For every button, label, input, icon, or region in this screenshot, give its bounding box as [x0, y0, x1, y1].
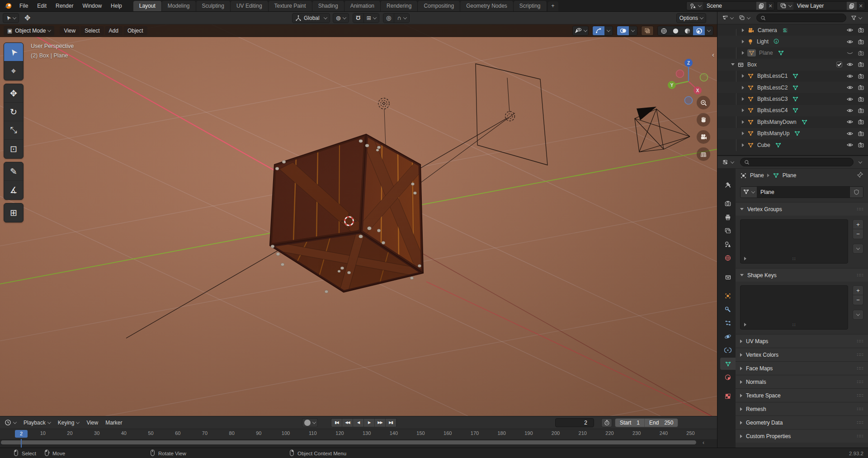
menu-window[interactable]: Window	[78, 1, 106, 10]
frame-start-value[interactable]: 1	[636, 419, 644, 427]
pin-icon[interactable]	[857, 171, 863, 179]
section-header-normals[interactable]: Normals∷∷	[736, 375, 868, 388]
outliner-search-input[interactable]	[756, 14, 846, 22]
selectability-dropdown[interactable]	[573, 26, 588, 35]
section-header-remesh[interactable]: Remesh∷∷	[736, 402, 868, 416]
viewport-menu-view[interactable]: View	[60, 26, 80, 35]
outliner-filter-button[interactable]	[849, 14, 863, 23]
timeline-editor-type-button[interactable]	[3, 418, 18, 427]
timeline-menu-playback[interactable]: Playback	[20, 418, 54, 427]
render-visibility-icon[interactable]	[858, 39, 864, 45]
eye-closed-icon[interactable]	[846, 50, 854, 56]
timeline-track-area[interactable]: › ‹	[0, 439, 717, 448]
zoom-button[interactable]	[697, 96, 710, 109]
play-button[interactable]: ▶	[364, 419, 375, 427]
mesh-browse-dropdown[interactable]	[741, 187, 757, 198]
properties-tab-constraints[interactable]	[720, 344, 736, 356]
expand-arrow[interactable]	[742, 132, 744, 135]
render-visibility-icon[interactable]	[858, 142, 864, 148]
workspace-tab-modeling[interactable]: Modeling	[162, 1, 196, 11]
new-scene-button[interactable]	[756, 2, 766, 10]
eye-open-icon[interactable]	[846, 131, 854, 137]
current-frame-field[interactable]: 2	[555, 418, 594, 427]
expand-arrow[interactable]	[742, 51, 744, 55]
tool-add-cube[interactable]: ⊞	[4, 203, 23, 222]
overlays-toggle[interactable]	[617, 26, 629, 35]
outliner-row-bpltslessc2[interactable]: BpltsLessC2	[717, 82, 868, 93]
workspace-tab-rendering[interactable]: Rendering	[381, 1, 418, 11]
camera-view-button[interactable]	[697, 130, 710, 144]
shading-rendered-button[interactable]	[693, 26, 705, 35]
options-dropdown[interactable]: Options	[676, 13, 706, 23]
properties-tab-modifiers[interactable]	[720, 303, 736, 316]
tool-measure[interactable]: ∡	[4, 181, 23, 199]
outliner-row-box[interactable]: Box	[717, 59, 868, 70]
add-item-button[interactable]: +	[853, 285, 863, 295]
pan-hand-button[interactable]	[697, 113, 710, 127]
list-box-shape-keys[interactable]: ∷	[740, 285, 848, 330]
expand-arrow[interactable]	[742, 143, 744, 147]
workspace-tab-scripting[interactable]: Scripting	[514, 1, 547, 11]
properties-tab-scene[interactable]	[720, 238, 736, 250]
workspace-tab-shading[interactable]: Shading	[312, 1, 344, 11]
expand-arrow[interactable]	[742, 28, 744, 32]
menu-file[interactable]: File	[15, 1, 32, 10]
section-header-vertex-colors[interactable]: Vertex Colors∷∷	[736, 348, 868, 361]
eye-open-icon[interactable]	[846, 85, 854, 90]
menu-render[interactable]: Render	[52, 1, 77, 10]
scene-name[interactable]: Scene	[703, 3, 756, 9]
playhead[interactable]	[21, 439, 22, 448]
camera-object-wireframe[interactable]	[635, 107, 690, 152]
outliner-editor-type-button[interactable]	[720, 14, 735, 23]
tool-rotate[interactable]: ↻	[4, 103, 23, 121]
timeline-scrollbar[interactable]	[1, 440, 696, 444]
tool-cursor[interactable]: ⌖	[4, 61, 23, 80]
collapse-arrow[interactable]	[731, 63, 735, 66]
xray-toggle[interactable]	[642, 26, 653, 35]
section-header-custom-properties[interactable]: Custom Properties∷∷	[736, 430, 868, 443]
breadcrumb-object[interactable]: Plane	[750, 172, 764, 179]
jump-to-start-button[interactable]: ▮◀	[331, 419, 342, 427]
proportional-editing-toggle[interactable]: ◎	[383, 14, 394, 23]
outliner-row-bpltsmanyup[interactable]: BpltsManyUp	[717, 128, 868, 139]
properties-tab-texture[interactable]	[720, 390, 736, 402]
properties-editor-type-button[interactable]	[720, 158, 736, 167]
jump-to-end-button[interactable]: ▶▮	[386, 419, 396, 427]
list-box-vertex-groups[interactable]: ∷	[740, 219, 848, 264]
render-visibility-icon[interactable]	[858, 119, 864, 125]
properties-tab-output[interactable]	[720, 211, 736, 223]
shading-solid-button[interactable]	[670, 26, 681, 35]
shading-material-button[interactable]	[681, 26, 693, 35]
expand-arrow[interactable]	[742, 74, 744, 78]
outliner-row-bpltslessc4[interactable]: BpltsLessC4	[717, 105, 868, 116]
render-visibility-icon[interactable]	[858, 61, 864, 67]
eye-open-icon[interactable]	[846, 119, 854, 125]
scene-selector[interactable]: Scene ✕	[686, 1, 775, 10]
outliner-row-bpltsmanydown[interactable]: BpltsManyDown	[717, 116, 868, 127]
viewport-menu-select[interactable]: Select	[80, 26, 104, 35]
section-header-uv-maps[interactable]: UV Maps∷∷	[736, 335, 868, 348]
properties-tab-view-layer[interactable]	[720, 225, 736, 237]
shading-wireframe-button[interactable]	[658, 26, 670, 35]
section-header-texture-space[interactable]: Texture Space∷∷	[736, 389, 868, 402]
specials-dropdown[interactable]	[853, 244, 863, 254]
next-keyframe-button[interactable]: ▶▶	[375, 419, 386, 427]
light-object-gizmo[interactable]	[378, 98, 389, 146]
section-header-face-maps[interactable]: Face Maps∷∷	[736, 362, 868, 375]
viewport-menu-object[interactable]: Object	[123, 26, 147, 35]
tool-select-tweak[interactable]: ➤	[4, 43, 23, 61]
expand-arrow[interactable]	[742, 120, 744, 124]
shading-dropdown[interactable]	[705, 26, 713, 35]
remove-item-button[interactable]: −	[853, 229, 863, 239]
workspace-tab-geometry-nodes[interactable]: Geometry Nodes	[460, 1, 514, 11]
eye-open-icon[interactable]	[846, 108, 854, 113]
render-visibility-icon[interactable]	[858, 27, 864, 33]
workspace-tab-animation[interactable]: Animation	[344, 1, 381, 11]
add-item-button[interactable]: +	[853, 219, 863, 229]
current-frame-indicator[interactable]: 2	[15, 430, 28, 438]
expand-arrow[interactable]	[742, 40, 744, 43]
menu-help[interactable]: Help	[107, 1, 126, 10]
view-layer-name[interactable]: View Layer	[793, 3, 847, 9]
eye-open-icon[interactable]	[846, 39, 854, 45]
outliner-display-mode-button[interactable]	[737, 14, 752, 23]
